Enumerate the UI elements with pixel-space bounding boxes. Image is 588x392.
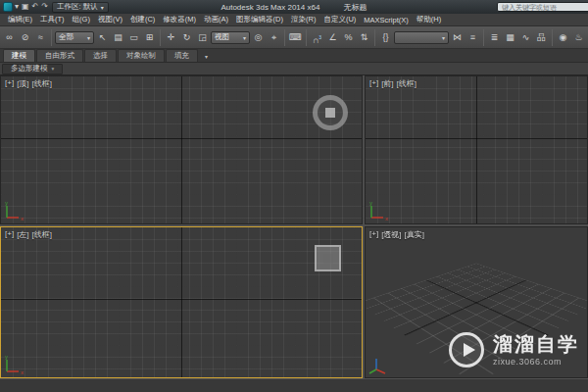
save-icon[interactable]: ▣ <box>22 1 29 13</box>
viewport-left-active[interactable]: [+] [左] [线框] x y <box>0 226 363 378</box>
svg-text:y: y <box>5 200 8 206</box>
curve-editor-icon[interactable]: ∿ <box>518 30 533 45</box>
watermark: 溜溜自学 zixue.3066.com <box>449 332 579 368</box>
viewport-shading-menu[interactable]: [线框] <box>397 78 416 89</box>
rect-region-icon[interactable]: ▭ <box>126 30 141 45</box>
toolbar-separator <box>306 29 307 46</box>
menu-item[interactable]: 帮助(H) <box>413 15 445 24</box>
select-by-name-icon[interactable]: ▤ <box>111 30 125 45</box>
menu-item[interactable]: 创建(C) <box>126 15 159 24</box>
viewport-area: [+] [顶] [线框] x y [+] [前] [线框] x y <box>0 75 588 378</box>
video-loading-overlay-icon <box>313 95 348 130</box>
menu-item[interactable]: MAXScript(X) <box>360 16 412 24</box>
play-button-logo-icon <box>449 332 484 368</box>
angle-snap-icon[interactable]: ∠ <box>325 30 340 45</box>
snap-toggle-icon[interactable]: ∩3 <box>310 30 324 45</box>
redo-icon[interactable]: ↷ <box>41 1 48 13</box>
workspace-label: 工作区: 默认 <box>57 2 98 12</box>
chevron-down-icon: ▾ <box>52 66 55 72</box>
edit-named-sets-icon[interactable]: {} <box>378 30 393 45</box>
menu-item[interactable]: 工具(T) <box>36 15 69 24</box>
ribbon-toggle-icon[interactable]: ▦ <box>503 30 517 45</box>
unlink-icon[interactable]: ⊘ <box>18 30 32 45</box>
viewport-shading-menu[interactable]: [真实] <box>405 229 424 240</box>
chevron-down-icon: ▾ <box>101 4 104 11</box>
undo-icon[interactable]: ↶ <box>32 1 39 13</box>
axis-gizmo-icon: x y <box>4 200 25 221</box>
menu-item[interactable]: 图形编辑器(D) <box>232 15 287 24</box>
ribbon-tab[interactable]: 自由形式 <box>36 49 83 62</box>
axis-gizmo-icon: x y <box>4 354 25 375</box>
layer-manager-icon[interactable]: ≣ <box>487 30 502 45</box>
title-bar: ▾▣↶↷ 工作区: 默认 ▾ Autodesk 3ds Max 2014 x64… <box>0 0 588 14</box>
video-pause-overlay-icon <box>315 245 341 271</box>
toolbar-separator <box>483 29 484 46</box>
select-rotate-icon[interactable]: ↻ <box>179 30 194 45</box>
polygon-modeling-label: 多边形建模 <box>11 64 48 74</box>
viewport-pov-menu[interactable]: [前] <box>381 78 393 89</box>
selection-filter-dropdown[interactable]: 全部▾ <box>55 31 94 44</box>
grid-origin-y-axis <box>181 227 182 377</box>
menu-item[interactable]: 动画(A) <box>200 15 232 24</box>
viewport-general-menu[interactable]: [+] <box>5 78 14 89</box>
menu-item[interactable]: 编辑(E) <box>4 15 36 24</box>
viewport-shading-menu[interactable]: [线框] <box>32 78 52 89</box>
material-editor-icon[interactable]: ◉ <box>556 30 570 45</box>
viewport-top[interactable]: [+] [顶] [线框] x y <box>0 75 363 224</box>
select-object-icon[interactable]: ↖ <box>95 30 110 45</box>
app-title: Autodesk 3ds Max 2014 x64 <box>220 3 319 12</box>
select-move-icon[interactable]: ✛ <box>164 30 178 45</box>
named-sets-dropdown[interactable]: ▾ <box>394 31 449 44</box>
select-manipulate-icon[interactable]: ⌖ <box>267 30 281 45</box>
select-scale-icon[interactable]: ◲ <box>195 30 210 45</box>
align-icon[interactable]: ≡ <box>466 30 480 45</box>
ribbon-tab[interactable]: 选择 <box>84 49 117 62</box>
main-toolbar: ∞⊘≈全部▾↖▤▭⊞✛↻◲视图▾◎⌖⌨∩3∠%⇅{}▾⋈≡≣▦∿品◉♨▣♨ <box>0 26 588 49</box>
ribbon-tab[interactable]: 填充 <box>166 49 198 62</box>
ref-coord-dropdown[interactable]: 视图▾ <box>211 31 250 44</box>
polygon-modeling-panel-button[interactable]: 多边形建模 ▾ <box>2 64 63 74</box>
viewport-pov-menu[interactable]: [透视] <box>381 229 401 240</box>
app-logo-icon[interactable] <box>3 2 13 12</box>
select-link-icon[interactable]: ∞ <box>2 30 17 45</box>
svg-text:x: x <box>385 216 388 221</box>
viewport-pov-menu[interactable]: [顶] <box>17 78 28 89</box>
viewport-general-menu[interactable]: [+] <box>369 78 378 89</box>
viewport-pov-menu[interactable]: [左] <box>17 229 28 240</box>
viewport-front[interactable]: [+] [前] [线框] x y <box>365 75 588 224</box>
workspace-dropdown[interactable]: 工作区: 默认 ▾ <box>52 2 109 13</box>
pivot-center-icon[interactable]: ◎ <box>251 30 266 45</box>
menu-item[interactable]: 组(G) <box>69 15 94 24</box>
application-menu-caret-icon[interactable]: ▾ <box>15 1 19 13</box>
toolbar-separator <box>284 29 285 46</box>
ribbon-panel-strip: 多边形建模 ▾ <box>0 63 588 75</box>
viewport-shading-menu[interactable]: [线框] <box>32 229 52 240</box>
menu-item[interactable]: 渲染(R) <box>287 15 319 24</box>
schematic-view-icon[interactable]: 品 <box>534 30 549 45</box>
viewport-general-menu[interactable]: [+] <box>5 229 14 240</box>
menu-item[interactable]: 自定义(U) <box>319 15 360 24</box>
svg-text:x: x <box>21 369 24 375</box>
grid-origin-y-axis <box>476 76 477 223</box>
ribbon-tab[interactable]: 对象绘制 <box>118 49 165 62</box>
spinner-snap-icon[interactable]: ⇅ <box>357 30 371 45</box>
viewport-label: [+] [前] [线框] <box>369 78 416 89</box>
render-setup-icon[interactable]: ♨ <box>571 30 586 45</box>
percent-snap-icon[interactable]: % <box>341 30 356 45</box>
menu-bar: 编辑(E)工具(T)组(G)视图(V)创建(C)修改器(M)动画(A)图形编辑器… <box>0 14 588 26</box>
toolbar-separator <box>374 29 375 46</box>
menu-item[interactable]: 修改器(M) <box>159 15 200 24</box>
axis-gizmo-icon: x y <box>368 200 390 221</box>
ribbon-tab[interactable]: 建模 <box>3 49 35 62</box>
bind-spacewarp-icon[interactable]: ≈ <box>33 30 48 45</box>
viewport-general-menu[interactable]: [+] <box>369 229 378 240</box>
ribbon-options-caret-icon[interactable]: ▾ <box>205 53 208 62</box>
infocenter-search-input[interactable] <box>497 2 588 12</box>
menu-item[interactable]: 视图(V) <box>94 15 126 24</box>
viewport-perspective[interactable]: [+] [透视] [真实] 溜溜自学 zixue.3066.com <box>365 226 588 378</box>
ribbon-tabs: 建模自由形式选择对象绘制填充 <box>3 49 198 62</box>
mirror-icon[interactable]: ⋈ <box>450 30 465 45</box>
window-crossing-icon[interactable]: ⊞ <box>142 30 157 45</box>
keyboard-override-icon[interactable]: ⌨ <box>288 30 303 45</box>
svg-text:x: x <box>21 216 24 221</box>
